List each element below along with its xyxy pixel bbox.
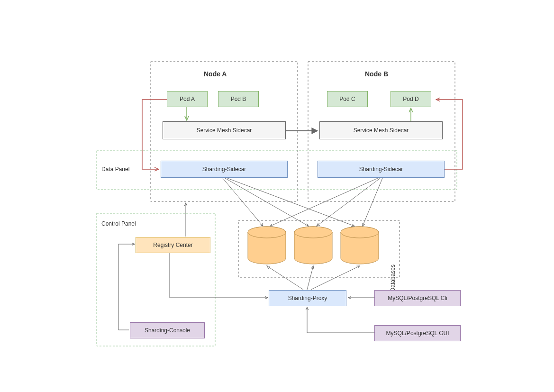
svg-point-8: [294, 227, 332, 238]
registry-center: Registry Center: [136, 237, 210, 253]
svg-line-18: [317, 178, 380, 226]
sharding-sidecar-a: Sharding-Sidecar: [161, 161, 288, 178]
svg-line-14: [223, 178, 263, 226]
pod-b: Pod B: [218, 91, 259, 107]
pod-c: Pod C: [327, 91, 368, 107]
svg-layer: [0, 0, 554, 392]
sharding-proxy: Sharding-Proxy: [269, 290, 346, 306]
svg-line-23: [311, 266, 360, 290]
database-icon: [248, 227, 286, 264]
service-mesh-b: Service Mesh Sidecar: [319, 121, 443, 139]
mysql-gui: MySQL/PostgreSQL GUI: [374, 325, 461, 341]
database-icon: [341, 227, 379, 264]
pod-d: Pod D: [391, 91, 431, 107]
node-b-title: Node B: [365, 70, 388, 78]
databases-label: Databases: [390, 264, 396, 292]
pod-a: Pod A: [167, 91, 208, 107]
node-a-title: Node A: [204, 70, 227, 78]
data-panel-label: Data Panel: [101, 166, 129, 173]
svg-line-17: [270, 178, 378, 226]
sharding-sidecar-b: Sharding-Sidecar: [318, 161, 445, 178]
mysql-cli: MySQL/PostgreSQL Cli: [374, 290, 461, 306]
sharding-console: Sharding-Console: [130, 322, 205, 338]
svg-line-19: [363, 178, 382, 226]
database-icon: [294, 227, 332, 264]
svg-point-6: [248, 227, 286, 238]
control-panel-label: Control Panel: [101, 220, 136, 227]
diagram-canvas: Node A Pod A Pod B Service Mesh Sidecar …: [0, 0, 554, 392]
svg-line-16: [227, 178, 354, 226]
svg-line-21: [267, 266, 303, 290]
svg-line-22: [307, 266, 313, 290]
service-mesh-a: Service Mesh Sidecar: [163, 121, 286, 139]
svg-point-10: [341, 227, 379, 238]
svg-line-15: [225, 178, 309, 226]
